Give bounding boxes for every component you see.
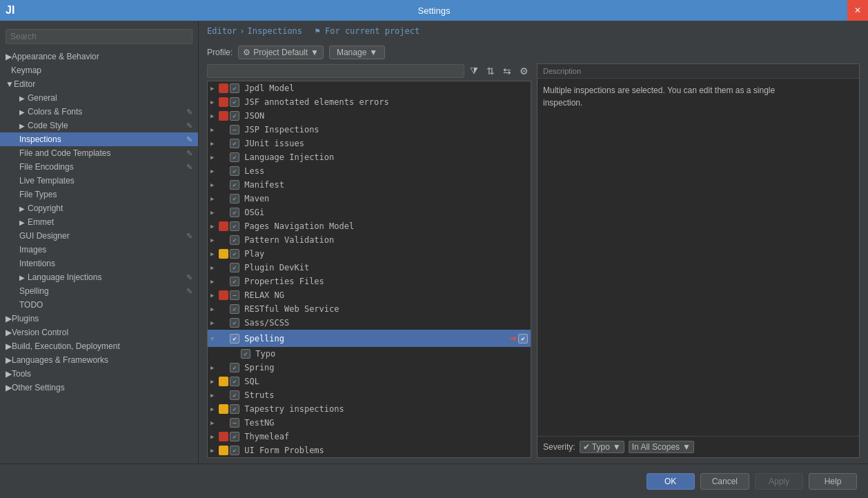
settings-button[interactable]: ⚙ — [517, 64, 531, 78]
expand-arrow-icon: ▶ — [210, 237, 219, 243]
inspection-row[interactable]: ▶ ✔ Sass/SCSS — [208, 316, 531, 330]
checkbox[interactable]: ✔ — [230, 334, 239, 343]
inspection-row[interactable]: ▶ ✔ Jpdl Model — [208, 81, 531, 95]
inspection-row[interactable]: ▶ ✔ RESTful Web Service — [208, 302, 531, 316]
inspection-row[interactable]: ▶ ✔ JSON — [208, 109, 531, 123]
checkbox[interactable]: ✔ — [230, 194, 239, 203]
inspection-row[interactable]: ▶ ✔ Plugin DevKit — [208, 261, 531, 275]
checkbox[interactable]: ✔ — [241, 349, 250, 359]
checkbox[interactable]: ✔ — [230, 318, 239, 328]
inspection-row[interactable]: ▶ ✔ Velocity inspections — [208, 457, 531, 458]
sidebar-item-intentions[interactable]: Intentions — [0, 257, 198, 270]
checkbox[interactable]: ✔ — [230, 152, 239, 162]
inspection-row[interactable]: ▶ ✔ Pattern Validation — [208, 233, 531, 247]
sidebar-item-languages-frameworks[interactable]: ▶ Languages & Frameworks — [0, 353, 198, 367]
checkbox[interactable]: ✔ — [230, 446, 239, 455]
help-button[interactable]: Help — [809, 473, 857, 490]
severity-select[interactable]: ✔ Typo ▼ — [580, 441, 624, 453]
inspection-row[interactable]: ▶ ✔ Less — [208, 164, 531, 178]
inspection-row[interactable]: ▶ ✔ JUnit issues — [208, 137, 531, 150]
checkbox[interactable]: ✔ — [230, 208, 239, 217]
inspection-row[interactable]: ▶ ✔ Properties Files — [208, 275, 531, 288]
inspection-row[interactable]: ▶ ✔ JSF annotated elements errors — [208, 95, 531, 109]
sidebar-item-inspections[interactable]: Inspections ✎ — [0, 132, 198, 146]
sidebar-item-language-injections[interactable]: ▶ Language Injections ✎ — [0, 270, 198, 284]
inspection-row[interactable]: ▶ ✔ UI Form Problems — [208, 444, 531, 457]
ok-button[interactable]: OK — [647, 473, 695, 490]
checkbox[interactable]: ✔ — [230, 404, 239, 414]
sidebar-item-todo[interactable]: TODO — [0, 298, 198, 312]
checkbox[interactable]: ✔ — [230, 304, 239, 314]
checkbox[interactable]: ✔ — [230, 139, 239, 148]
checkbox[interactable]: ✔ — [230, 377, 239, 386]
checkbox[interactable]: ✔ — [230, 390, 239, 400]
close-button[interactable]: ✕ — [847, 0, 868, 21]
checkbox[interactable]: — — [230, 418, 239, 428]
sidebar-item-file-types[interactable]: File Types — [0, 188, 198, 201]
profile-select[interactable]: ⚙ Project Default ▼ — [238, 46, 324, 59]
sidebar-item-plugins[interactable]: ▶ Plugins — [0, 312, 198, 326]
checkbox[interactable]: — — [230, 290, 239, 300]
checkbox[interactable]: ✔ — [230, 263, 239, 272]
inspection-row[interactable]: ▶ ✔ Struts — [208, 388, 531, 402]
sidebar-item-code-style[interactable]: ▶ Code Style ✎ — [0, 119, 198, 132]
sidebar-item-copyright[interactable]: ▶ Copyright — [0, 201, 198, 215]
checkbox[interactable]: ✔ — [230, 363, 239, 372]
inspection-row[interactable]: ▶ ✔ Play — [208, 247, 531, 261]
inspection-row[interactable]: ▶ — JSP Inspections — [208, 123, 531, 137]
inspection-row-typo[interactable]: ✔ Typo — [208, 347, 531, 361]
sidebar-item-appearance[interactable]: ▶ Appearance & Behavior — [0, 50, 198, 63]
inspection-row[interactable]: ▶ ✔ SQL — [208, 375, 531, 388]
inspection-list[interactable]: ▶ ✔ Jpdl Model ▶ ✔ JSF annotated element… — [207, 81, 531, 458]
checkbox[interactable]: — — [230, 125, 239, 135]
severity-indicator — [219, 404, 228, 414]
inspection-row[interactable]: ▶ ✔ Manifest — [208, 178, 531, 192]
inspection-search-input[interactable] — [207, 64, 464, 78]
sidebar-item-gui-designer[interactable]: GUI Designer ✎ — [0, 229, 198, 243]
inspection-row[interactable]: ▶ ✔ OSGi — [208, 206, 531, 219]
sort-button-1[interactable]: ⇅ — [484, 64, 497, 78]
sidebar-item-file-encodings[interactable]: File Encodings ✎ — [0, 160, 198, 174]
inspection-row[interactable]: ▶ — RELAX NG — [208, 288, 531, 302]
inspection-row[interactable]: ▶ ✔ Thymeleaf — [208, 430, 531, 444]
sidebar-item-other-settings[interactable]: ▶ Other Settings — [0, 381, 198, 395]
sidebar-item-editor[interactable]: ▼ Editor — [0, 77, 198, 91]
checkbox-right[interactable]: ✔ — [518, 334, 528, 343]
checkbox[interactable]: ✔ — [230, 166, 239, 176]
inspection-row[interactable]: ▶ ✔ Pages Navigation Model — [208, 219, 531, 233]
apply-button[interactable]: Apply — [755, 473, 803, 490]
checkbox[interactable]: ✔ — [230, 180, 239, 190]
sidebar-search-input[interactable] — [6, 29, 193, 44]
checkbox[interactable]: ✔ — [230, 83, 239, 93]
sidebar-item-colors-fonts[interactable]: ▶ Colors & Fonts ✎ — [0, 105, 198, 119]
sidebar-item-emmet[interactable]: ▶ Emmet — [0, 215, 198, 229]
inspection-row[interactable]: ▶ ✔ Tapestry inspections — [208, 402, 531, 416]
filter-button[interactable]: ⧩ — [467, 63, 481, 78]
manage-button[interactable]: Manage ▼ — [329, 46, 385, 59]
sidebar-item-images[interactable]: Images — [0, 243, 198, 257]
sidebar-item-live-templates[interactable]: Live Templates — [0, 174, 198, 188]
cancel-button[interactable]: Cancel — [700, 473, 749, 490]
sidebar-item-general[interactable]: ▶ General — [0, 91, 198, 105]
checkbox[interactable]: ✔ — [230, 221, 239, 231]
checkbox[interactable]: ✔ — [230, 249, 239, 259]
inspection-row[interactable]: ▶ — TestNG — [208, 416, 531, 430]
inspection-row-spelling[interactable]: ▼ ✔ Spelling ➜ ✔ — [208, 330, 531, 347]
inspection-row[interactable]: ▶ ✔ Language Injection — [208, 150, 531, 164]
scope-select[interactable]: In All Scopes ▼ — [629, 441, 694, 453]
inspection-row[interactable]: ▶ ✔ Maven — [208, 192, 531, 206]
inspection-row[interactable]: ▶ ✔ Spring — [208, 361, 531, 375]
sidebar-item-tools[interactable]: ▶ Tools — [0, 367, 198, 381]
checkbox[interactable]: ✔ — [230, 97, 239, 107]
checkbox[interactable]: ✔ — [230, 235, 239, 245]
sort-button-2[interactable]: ⇆ — [500, 64, 514, 78]
sidebar-item-file-code-templates[interactable]: File and Code Templates ✎ — [0, 146, 198, 160]
sidebar-item-build-execution[interactable]: ▶ Build, Execution, Deployment — [0, 339, 198, 353]
checkbox[interactable]: ✔ — [230, 111, 239, 121]
checkbox[interactable]: ✔ — [230, 432, 239, 441]
profile-label: Profile: — [207, 48, 233, 57]
sidebar-item-version-control[interactable]: ▶ Version Control — [0, 326, 198, 339]
checkbox[interactable]: ✔ — [230, 277, 239, 286]
sidebar-item-keymap[interactable]: Keymap — [0, 63, 198, 77]
sidebar-item-spelling[interactable]: Spelling ✎ — [0, 284, 198, 298]
